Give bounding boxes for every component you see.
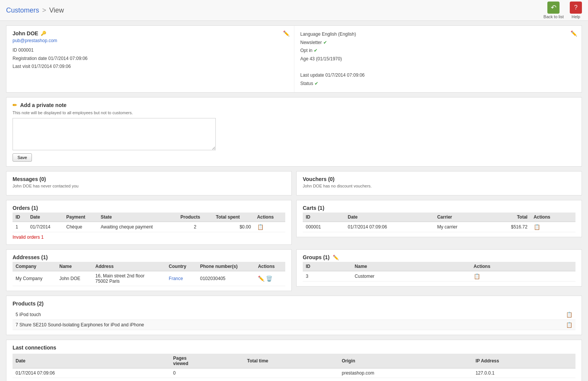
groups-edit-icon[interactable]: ✏️ xyxy=(333,255,339,260)
last-connections-table: Date Pagesviewed Total time Origin IP Ad… xyxy=(13,354,575,378)
groups-col-actions: Actions xyxy=(471,262,575,271)
groups-box: Groups (1) ✏️ ID Name Actions 3 Customer… xyxy=(296,249,582,287)
product-view-icon[interactable]: 📋 xyxy=(566,322,572,328)
customer-status: Status ✔ xyxy=(300,80,576,88)
connection-row: 01/7/2014 07:09:06 0 prestashop.com 127.… xyxy=(13,368,575,378)
addr-edit-icon[interactable]: ✏️ xyxy=(258,276,264,282)
private-note-textarea[interactable] xyxy=(13,118,216,150)
products-section: Products (2) 5 iPod touch 📋 7 Shure SE21… xyxy=(6,296,582,335)
group-id: 3 xyxy=(303,271,352,282)
order-row: 1 01/7/2014 Chèque Awaiting cheque payme… xyxy=(13,222,285,232)
group-row: 3 Customer 📋 xyxy=(303,271,575,282)
addr-country[interactable]: France xyxy=(166,271,197,286)
breadcrumb-parent[interactable]: Customers xyxy=(6,6,39,14)
customer-right-meta: Language English (English) Newsletter ✔ … xyxy=(300,30,576,88)
order-total: $0.00 xyxy=(213,222,254,232)
back-icon: ↶ xyxy=(547,2,560,14)
groups-table: ID Name Actions 3 Customer 📋 xyxy=(303,262,575,282)
addresses-table: Company Name Address Country Phone numbe… xyxy=(13,262,285,286)
customer-left-edit-icon[interactable]: ✏️ xyxy=(283,30,289,36)
vouchers-title: Vouchers (0) xyxy=(303,176,575,182)
groups-col: Groups (1) ✏️ ID Name Actions 3 Customer… xyxy=(296,249,582,291)
product-row: 7 Shure SE210 Sound-Isolating Earphones … xyxy=(13,320,575,330)
products-list: 5 iPod touch 📋 7 Shure SE210 Sound-Isola… xyxy=(13,310,575,330)
invalid-orders-label: Invalid orders 1 xyxy=(13,235,285,240)
breadcrumb-separator: > xyxy=(42,6,46,14)
carts-col-id: ID xyxy=(303,213,345,222)
order-actions[interactable]: 📋 xyxy=(254,222,285,232)
vouchers-box: Vouchers (0) John DOE has no discount vo… xyxy=(296,171,582,195)
addr-actions[interactable]: ✏️ 🗑️ xyxy=(255,271,285,286)
orders-col-payment: Payment xyxy=(63,213,98,222)
carts-col-date: Date xyxy=(345,213,434,222)
group-actions[interactable]: 📋 xyxy=(471,271,575,282)
product-id-name: 5 iPod touch xyxy=(16,312,41,317)
top-header: Customers > View ↶ Back to list ? Help xyxy=(0,0,588,21)
carts-box: Carts (1) ID Date Carrier Total Actions … xyxy=(296,200,582,237)
customer-language: Language English (English) xyxy=(300,30,576,39)
addresses-col: Addresses (1) Company Name Address Count… xyxy=(6,249,292,291)
addr-delete-icon[interactable]: 🗑️ xyxy=(266,276,272,282)
last-connections-section: Last connections Date Pagesviewed Total … xyxy=(6,340,582,381)
address-row: My Company John DOE 16, Main street 2nd … xyxy=(13,271,285,286)
addresses-groups-row: Addresses (1) Company Name Address Count… xyxy=(6,249,582,291)
customer-newsletter: Newsletter ✔ xyxy=(300,39,576,47)
private-note-title: ✏ Add a private note xyxy=(13,102,575,108)
messages-subtitle: John DOE has never contacted you xyxy=(13,184,285,188)
products-title: Products (2) xyxy=(13,301,575,307)
order-id: 1 xyxy=(13,222,27,232)
customer-left-panel: John DOE 🔑 pub@prestashop.com ID 000001 … xyxy=(6,26,294,92)
order-view-icon[interactable]: 📋 xyxy=(257,224,264,230)
groups-title: Groups (1) ✏️ xyxy=(303,254,575,260)
conn-col-ip: IP Address xyxy=(473,354,575,368)
last-connections-title: Last connections xyxy=(13,345,575,351)
addr-address: 16, Main street 2nd floor75002 Paris xyxy=(92,271,166,286)
breadcrumb-current: View xyxy=(49,6,64,14)
group-name: Customer xyxy=(352,271,471,282)
conn-col-pages: Pagesviewed xyxy=(170,354,244,368)
back-to-list-button[interactable]: ↶ Back to list xyxy=(544,2,564,19)
orders-col-date: Date xyxy=(27,213,63,222)
customer-last-update: Last update 01/7/2014 07:09:06 xyxy=(300,71,576,80)
customer-id: ID 000001 xyxy=(13,46,288,55)
conn-time xyxy=(244,368,338,378)
customer-right-panel: Language English (English) Newsletter ✔ … xyxy=(294,26,582,92)
newsletter-check: ✔ xyxy=(323,40,327,45)
order-date: 01/7/2014 xyxy=(27,222,63,232)
cart-date: 01/7/2014 07:09:06 xyxy=(345,222,434,232)
note-pencil-icon: ✏ xyxy=(13,102,17,108)
carts-col: Carts (1) ID Date Carrier Total Actions … xyxy=(296,200,582,245)
help-button[interactable]: ? Help xyxy=(570,2,582,19)
customer-email-link[interactable]: pub@prestashop.com xyxy=(13,38,288,43)
cart-carrier: My carrier xyxy=(434,222,486,232)
orders-col-actions: Actions xyxy=(254,213,285,222)
main-content: John DOE 🔑 pub@prestashop.com ID 000001 … xyxy=(0,21,588,381)
conn-col-date: Date xyxy=(13,354,170,368)
group-view-icon[interactable]: 📋 xyxy=(474,273,480,279)
groups-col-id: ID xyxy=(303,262,352,271)
addr-phone: 0102030405 xyxy=(197,271,255,286)
messages-title: Messages (0) xyxy=(13,176,285,182)
key-icon: 🔑 xyxy=(41,31,46,36)
product-view-icon[interactable]: 📋 xyxy=(566,312,572,318)
customer-right-edit-icon[interactable]: ✏️ xyxy=(571,30,577,36)
orders-col-id: ID xyxy=(13,213,27,222)
cart-total: $516.72 xyxy=(486,222,531,232)
customer-last-visit: Last visit 01/7/2014 07:09:06 xyxy=(13,63,288,71)
orders-col-state: State xyxy=(98,213,177,222)
carts-table: ID Date Carrier Total Actions 000001 01/… xyxy=(303,213,575,232)
cart-actions[interactable]: 📋 xyxy=(531,222,575,232)
conn-origin: prestashop.com xyxy=(339,368,473,378)
opt-in-check: ✔ xyxy=(314,48,318,53)
conn-ip: 127.0.0.1 xyxy=(473,368,575,378)
cart-view-icon[interactable]: 📋 xyxy=(534,224,540,230)
carts-col-carrier: Carrier xyxy=(434,213,486,222)
conn-col-time: Total time xyxy=(244,354,338,368)
order-state: Awaiting cheque payment xyxy=(98,222,177,232)
vouchers-subtitle: John DOE has no discount vouchers. xyxy=(303,184,575,188)
status-check: ✔ xyxy=(315,81,318,86)
save-button[interactable]: Save xyxy=(13,153,32,162)
addr-col-address: Address xyxy=(92,262,166,271)
customer-meta: ID 000001 Registration date 01/7/2014 07… xyxy=(13,46,288,71)
order-products: 2 xyxy=(177,222,213,232)
